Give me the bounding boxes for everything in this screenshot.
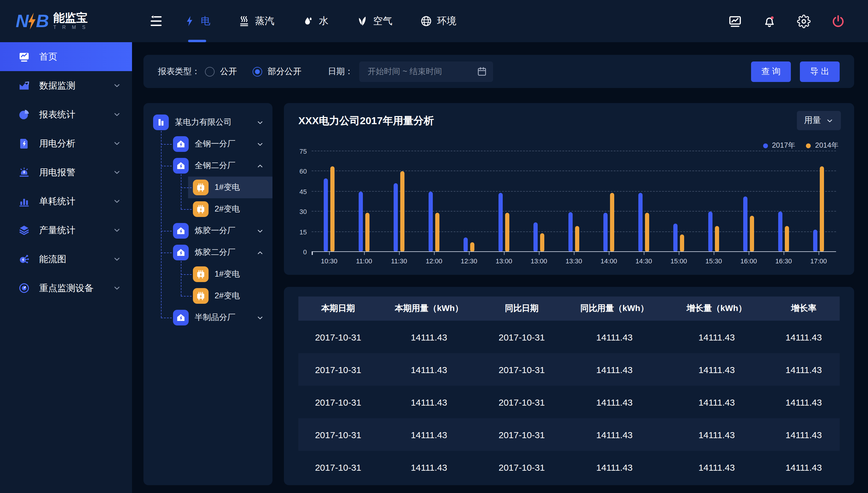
table-cell: 14111.43: [563, 332, 666, 342]
bar-group-14:00: [591, 151, 626, 252]
bar-2017年: [463, 237, 468, 252]
x-axis-tick: [784, 252, 784, 255]
bar-group-11:30: [382, 151, 416, 252]
tab-label: 环境: [437, 15, 456, 27]
chevron-down-icon: [113, 284, 121, 292]
tree-node-label: 1#变电: [215, 182, 240, 193]
table-row[interactable]: 2017-10-3114111.432017-10-3114111.431411…: [298, 321, 840, 353]
sidebar-item-重点监测设备[interactable]: 重点监测设备: [0, 274, 132, 303]
logo-mark: N B: [16, 11, 48, 31]
tree-node-label: 全钢二分厂: [195, 160, 235, 171]
tab-水[interactable]: 水: [302, 0, 328, 42]
date-range-field[interactable]: [359, 61, 493, 82]
sidebar-menu: 首页数据监测报表统计用电分析用电报警单耗统计产量统计能流图重点监测设备: [0, 42, 132, 303]
query-button[interactable]: 查 询: [751, 61, 791, 82]
sidebar-item-用电报警[interactable]: 用电报警: [0, 158, 132, 187]
bar-2017年: [499, 193, 503, 252]
tab-电[interactable]: 电: [184, 0, 210, 42]
bar-2017年: [394, 184, 398, 252]
sidebar-item-产量统计[interactable]: 产量统计: [0, 216, 132, 245]
legend-item-2017年[interactable]: 2017年: [763, 141, 795, 151]
sidebar-item-数据监测[interactable]: 数据监测: [0, 71, 132, 100]
tree-node-1#变电[interactable]: 1#变电: [144, 263, 273, 285]
sidebar-item-首页[interactable]: 首页: [0, 42, 132, 71]
table-cell: 2017-10-31: [480, 429, 563, 440]
tab-label: 蒸汽: [255, 15, 274, 27]
sidebar-item-能流图[interactable]: 能流图: [0, 245, 132, 274]
chevron-down-icon[interactable]: [256, 227, 264, 235]
tree-connector-line: [181, 188, 192, 188]
bar-2017年: [359, 192, 363, 252]
table-cell: 14111.43: [563, 462, 666, 472]
bar-2014年: [575, 226, 579, 252]
calendar-icon[interactable]: [477, 66, 487, 77]
tab-label: 空气: [373, 15, 392, 27]
chart-monitor-button[interactable]: [728, 14, 742, 28]
tree-connector-line: [161, 144, 172, 145]
lightning-icon: [184, 15, 196, 27]
bell-icon: [762, 14, 776, 28]
tab-空气[interactable]: 空气: [356, 0, 392, 42]
table-cell: 2017-10-31: [298, 397, 378, 407]
table-header-cell: 本期日期: [298, 303, 378, 314]
radio-公开[interactable]: 公开: [205, 66, 237, 77]
chevron-down-icon: [256, 227, 264, 235]
bar-2014年: [470, 242, 474, 252]
table-row[interactable]: 2017-10-3114111.432017-10-3114111.431411…: [298, 418, 840, 451]
x-axis-tick: [819, 252, 819, 255]
gear-button[interactable]: [797, 14, 811, 28]
bell-button[interactable]: [762, 14, 776, 28]
bar-2014年: [365, 213, 369, 252]
plant-icon: [175, 312, 187, 324]
y-tick-label: 45: [287, 188, 307, 195]
chevron-down-icon[interactable]: [256, 119, 264, 126]
sidebar-item-label: 用电报警: [39, 167, 113, 178]
chevron-up-icon[interactable]: [256, 162, 264, 170]
power-button[interactable]: [831, 14, 845, 28]
table-header-cell: 同比日期: [480, 303, 563, 314]
x-axis-tick: [504, 252, 504, 255]
radio-circle-icon[interactable]: [253, 67, 262, 76]
x-axis-tick: [748, 252, 749, 255]
water-icon: [302, 15, 314, 27]
table-cell: 2017-10-31: [480, 332, 563, 342]
tree-node-1#变电[interactable]: 1#变电: [144, 177, 273, 198]
tree-connector-line: [181, 209, 192, 210]
legend-item-2014年[interactable]: 2014年: [806, 141, 839, 151]
table-row[interactable]: 2017-10-3114111.432017-10-3114111.431411…: [298, 353, 840, 386]
tree-connector-line: [181, 174, 181, 209]
date-range-input[interactable]: [367, 66, 477, 77]
tree-node-2#变电[interactable]: 2#变电: [144, 198, 273, 220]
tree-node-2#变电[interactable]: 2#变电: [144, 285, 273, 307]
tab-蒸汽[interactable]: 蒸汽: [238, 0, 274, 42]
table-cell: 2017-10-31: [298, 462, 378, 472]
export-button[interactable]: 导 出: [800, 61, 840, 82]
chevron-down-icon[interactable]: [256, 140, 264, 148]
tab-label: 水: [319, 15, 328, 27]
chevron-down-icon: [113, 255, 121, 263]
filter-bar: 报表类型： 公开部分公开 日期： 查 询 导 出: [144, 55, 854, 88]
unit-selector-dropdown[interactable]: 用量: [797, 111, 841, 130]
bar-2014年: [680, 234, 684, 252]
tab-环境[interactable]: 环境: [420, 0, 456, 42]
radio-circle-icon[interactable]: [205, 67, 215, 76]
chevron-up-icon[interactable]: [256, 249, 264, 256]
chart-monitor-icon: [728, 14, 742, 28]
topbar-actions: [728, 14, 868, 28]
sidebar-item-单耗统计[interactable]: 单耗统计: [0, 187, 132, 216]
menu-collapse-button[interactable]: [149, 14, 164, 28]
table-row[interactable]: 2017-10-3114111.432017-10-3114111.431411…: [298, 386, 840, 418]
logo-text: 能监宝 T R M S: [53, 12, 88, 30]
sidebar-item-label: 首页: [39, 51, 121, 62]
tree-node-某电力有限公司[interactable]: 某电力有限公司: [144, 111, 273, 133]
sidebar-item-报表统计[interactable]: 报表统计: [0, 100, 132, 129]
chevron-down-icon[interactable]: [256, 314, 264, 322]
table-header-row: 本期日期本期用量（kWh）同比日期同比用量（kWh）增长量（kWh）增长率: [298, 297, 840, 321]
table-cell: 14111.43: [378, 397, 480, 407]
sidebar-item-用电分析[interactable]: 用电分析: [0, 129, 132, 158]
logo: N B 能监宝 T R M S: [0, 0, 132, 42]
substation-icon: [193, 266, 209, 282]
table-row[interactable]: 2017-10-3114111.432017-10-3114111.431411…: [298, 451, 840, 484]
table-cell: 14111.43: [563, 364, 666, 374]
radio-部分公开[interactable]: 部分公开: [253, 66, 301, 77]
